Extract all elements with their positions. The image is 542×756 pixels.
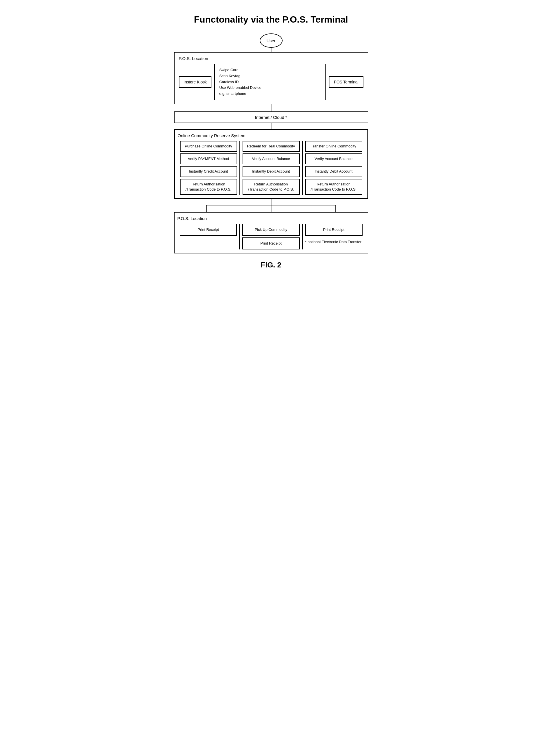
pos-row: Instore Kiosk Swipe Card Scan Keytag Car… <box>179 64 363 100</box>
connector-ocrs-to-pos-bottom <box>174 199 368 212</box>
swipe-card-line5: e.g. smartphone <box>219 91 321 97</box>
swipe-card-line1: Swipe Card <box>219 67 321 73</box>
pos-bottom-outer: P.O.S. Location Print Receipt Pick Up Co… <box>174 212 368 253</box>
ocrs-col3: Transfer Online Commodity Verify Account… <box>302 141 365 195</box>
footnote: * optional Electronic Data Transfer <box>305 237 363 247</box>
ocrs-col1-item3: Instantly Credit Account <box>180 166 237 177</box>
internet-box: Internet / Cloud * <box>174 111 368 123</box>
ocrs-col1-item2: Verify PAYMENT Method <box>180 153 237 164</box>
pos-bottom-col1: Print Receipt <box>177 224 239 249</box>
ocrs-col3-item1: Transfer Online Commodity <box>305 141 362 152</box>
pos-bottom-col2-item1: Pick Up Commodity <box>242 224 300 236</box>
user-section: User <box>174 33 368 48</box>
swipe-card-line2: Scan Keytag <box>219 73 321 79</box>
internet-label: Internet / Cloud * <box>255 115 287 120</box>
ocrs-col3-item3: Instantly Debit Account <box>305 166 362 177</box>
user-label: User <box>267 38 276 43</box>
connector-pos-to-internet <box>271 104 271 111</box>
ocrs-col1-item1: Purchase Online Commodity <box>180 141 237 152</box>
ocrs-col2: Redeem for Real Commodity Verify Account… <box>239 141 302 195</box>
instore-kiosk-label: Instore Kiosk <box>184 80 207 84</box>
ocrs-columns: Purchase Online Commodity Verify PAYMENT… <box>178 141 365 195</box>
pos-bottom-col2-item2: Print Receipt <box>242 237 300 249</box>
ocrs-col2-item1: Redeem for Real Commodity <box>243 141 300 152</box>
connector-internet-to-ocrs <box>271 123 271 129</box>
ocrs-outer-box: Online Commodity Reserve System Purchase… <box>174 129 368 199</box>
instore-kiosk-box: Instore Kiosk <box>179 76 212 88</box>
swipe-card-line3: Cardless ID <box>219 79 321 85</box>
swipe-card-line4: Use Web-enabled Device <box>219 85 321 91</box>
ocrs-col3-item4: Return Authorisation /Transaction Code t… <box>305 179 362 195</box>
fig-label: FIG. 2 <box>174 261 368 269</box>
ocrs-col3-item2: Verify Account Balance <box>305 153 362 164</box>
pos-outer-box: P.O.S. Location Instore Kiosk Swipe Card… <box>174 52 368 104</box>
connector-user-to-pos <box>271 48 271 52</box>
ocrs-col1-item4: Return Authorisation /Transaction Code t… <box>180 179 237 195</box>
page: Functonality via the P.O.S. Terminal Use… <box>163 6 380 281</box>
ocrs-col2-item4: Return Authorisation /Transaction Code t… <box>243 179 300 195</box>
pos-bottom-col2: Pick Up Commodity Print Receipt <box>239 224 302 249</box>
ocrs-col2-item3: Instantly Debit Account <box>243 166 300 177</box>
ocrs-col1: Purchase Online Commodity Verify PAYMENT… <box>178 141 239 195</box>
pos-outer-label: P.O.S. Location <box>179 56 363 61</box>
ocrs-col2-item2: Verify Account Balance <box>243 153 300 164</box>
pos-bottom-col1-item1: Print Receipt <box>180 224 237 236</box>
pos-terminal-label: POS Terminal <box>334 80 358 84</box>
swipe-card-box: Swipe Card Scan Keytag Cardless ID Use W… <box>214 64 326 100</box>
pos-bottom-col3: Print Receipt * optional Electronic Data… <box>302 224 365 249</box>
page-title: Functonality via the P.O.S. Terminal <box>174 14 368 25</box>
ocrs-label: Online Commodity Reserve System <box>178 133 365 138</box>
pos-terminal-box: POS Terminal <box>329 76 363 88</box>
user-node: User <box>260 33 283 48</box>
pos-bottom-col3-item1: Print Receipt <box>305 224 363 236</box>
pos-bottom-columns: Print Receipt Pick Up Commodity Print Re… <box>177 224 365 249</box>
pos-bottom-label: P.O.S. Location <box>177 216 365 221</box>
